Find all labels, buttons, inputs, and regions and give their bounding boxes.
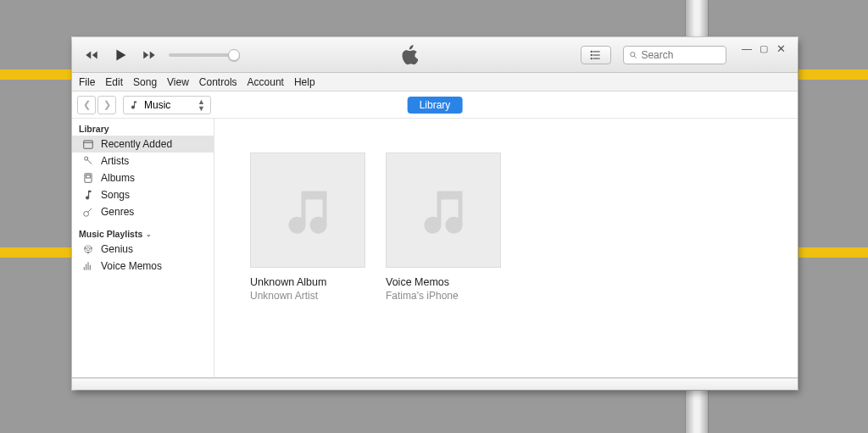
svg-rect-8 bbox=[84, 141, 93, 148]
back-button[interactable]: ❮ bbox=[77, 96, 96, 114]
media-picker-dropdown[interactable]: Music ▲▼ bbox=[123, 96, 211, 114]
sidebar-item-genres[interactable]: Genres bbox=[72, 203, 214, 220]
apple-logo-icon bbox=[401, 45, 418, 65]
album-subtitle: Fatima's iPhone bbox=[386, 290, 504, 302]
previous-button[interactable] bbox=[82, 46, 101, 64]
sidebar-item-label: Recently Added bbox=[101, 138, 172, 150]
library-tab[interactable]: Library bbox=[408, 97, 463, 114]
sidebar-heading-library: Library bbox=[72, 122, 214, 136]
play-button[interactable] bbox=[111, 46, 130, 64]
menu-account[interactable]: Account bbox=[248, 76, 284, 88]
menu-song[interactable]: Song bbox=[133, 76, 157, 88]
music-note-icon bbox=[282, 185, 333, 236]
menu-view[interactable]: View bbox=[167, 76, 189, 88]
album-art-placeholder bbox=[250, 153, 365, 268]
music-note-icon bbox=[129, 100, 139, 110]
chevron-updown-icon: ▲▼ bbox=[198, 98, 205, 112]
calendar-icon bbox=[82, 138, 94, 150]
note-icon bbox=[82, 189, 94, 201]
sidebar-item-songs[interactable]: Songs bbox=[72, 186, 214, 203]
genius-icon bbox=[82, 243, 94, 255]
window-body: Library Recently Added Artists Albums So… bbox=[72, 119, 798, 378]
volume-thumb[interactable] bbox=[228, 49, 240, 61]
sidebar-item-label: Songs bbox=[101, 189, 130, 201]
guitar-icon bbox=[82, 206, 94, 218]
now-playing-display bbox=[243, 37, 576, 72]
sidebar-item-artists[interactable]: Artists bbox=[72, 153, 214, 169]
media-picker-label: Music bbox=[144, 99, 170, 111]
memos-icon bbox=[82, 260, 94, 272]
player-toolbar: — ▢ ✕ bbox=[72, 37, 798, 73]
album-subtitle: Unknown Artist bbox=[250, 290, 369, 302]
svg-point-18 bbox=[85, 247, 86, 249]
itunes-window: — ▢ ✕ File Edit Song View Controls Accou… bbox=[72, 37, 798, 390]
sidebar-item-label: Albums bbox=[101, 172, 135, 184]
svg-rect-14 bbox=[86, 175, 91, 179]
sidebar-heading-playlists[interactable]: Music Playlists ⌄ bbox=[72, 227, 214, 241]
sidebar-item-recently-added[interactable]: Recently Added bbox=[72, 136, 214, 153]
album-art-placeholder bbox=[386, 153, 501, 268]
search-field[interactable] bbox=[623, 46, 726, 64]
content-area: Unknown Album Unknown Artist Voice Memos… bbox=[214, 119, 798, 377]
close-button[interactable]: ✕ bbox=[776, 42, 786, 55]
svg-point-6 bbox=[631, 52, 635, 56]
chevron-down-icon: ⌄ bbox=[146, 230, 152, 238]
sidebar-item-label: Artists bbox=[101, 155, 129, 167]
album-tile[interactable]: Unknown Album Unknown Artist bbox=[250, 153, 369, 302]
svg-line-7 bbox=[634, 56, 636, 58]
music-note-icon bbox=[418, 185, 469, 236]
sidebar-item-genius[interactable]: Genius bbox=[72, 241, 214, 258]
menu-edit[interactable]: Edit bbox=[105, 76, 123, 88]
sidebar-item-label: Voice Memos bbox=[101, 260, 162, 272]
window-controls: — ▢ ✕ bbox=[738, 42, 789, 67]
right-controls: — ▢ ✕ bbox=[581, 42, 798, 67]
mic-icon bbox=[82, 155, 94, 167]
list-view-button[interactable] bbox=[581, 46, 611, 64]
volume-slider[interactable] bbox=[169, 53, 238, 57]
status-bar bbox=[72, 378, 798, 390]
forward-button[interactable]: ❯ bbox=[97, 96, 116, 114]
search-icon bbox=[629, 50, 637, 60]
menu-bar: File Edit Song View Controls Account Hel… bbox=[72, 73, 798, 92]
svg-point-4 bbox=[591, 54, 592, 55]
svg-point-5 bbox=[591, 58, 592, 58]
sidebar-item-label: Genres bbox=[101, 206, 134, 218]
sidebar-item-albums[interactable]: Albums bbox=[72, 169, 214, 186]
album-icon bbox=[82, 172, 94, 184]
playback-controls bbox=[72, 46, 238, 64]
minimize-button[interactable]: — bbox=[742, 43, 751, 55]
sidebar-item-voice-memos[interactable]: Voice Memos bbox=[72, 258, 214, 275]
search-input[interactable] bbox=[641, 49, 721, 61]
next-button[interactable] bbox=[140, 46, 159, 64]
sidebar-item-label: Genius bbox=[101, 243, 133, 255]
menu-help[interactable]: Help bbox=[294, 76, 315, 88]
svg-point-19 bbox=[91, 247, 92, 249]
svg-point-3 bbox=[591, 51, 592, 52]
sidebar: Library Recently Added Artists Albums So… bbox=[72, 119, 214, 377]
sub-toolbar: ❮ ❯ Music ▲▼ Library bbox=[72, 92, 798, 119]
album-title: Unknown Album bbox=[250, 276, 369, 288]
album-title: Voice Memos bbox=[386, 276, 504, 288]
menu-controls[interactable]: Controls bbox=[199, 76, 237, 88]
svg-point-16 bbox=[86, 247, 90, 251]
album-tile[interactable]: Voice Memos Fatima's iPhone bbox=[386, 153, 504, 302]
menu-file[interactable]: File bbox=[79, 76, 95, 88]
maximize-button[interactable]: ▢ bbox=[760, 43, 768, 54]
svg-point-12 bbox=[85, 157, 88, 160]
svg-point-17 bbox=[85, 246, 92, 253]
